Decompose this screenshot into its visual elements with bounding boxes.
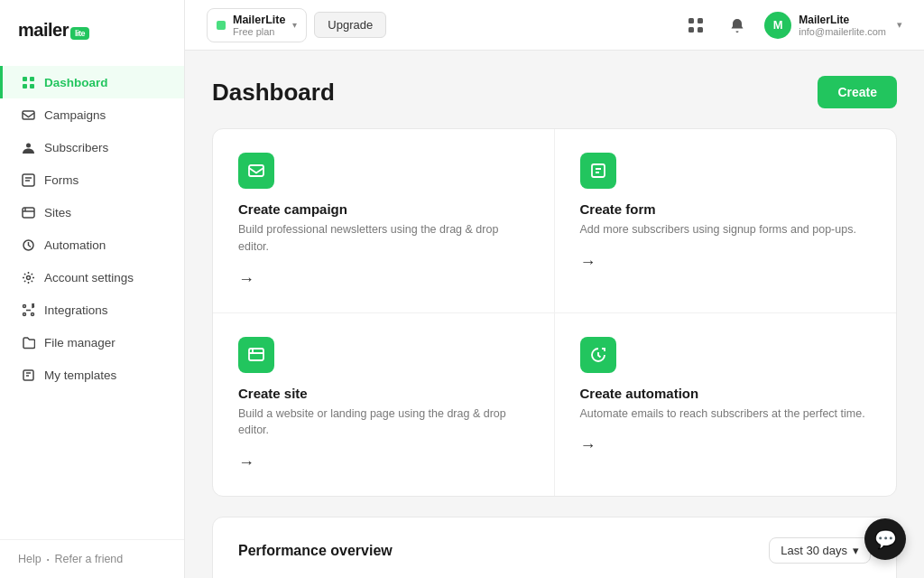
logo: mailerlite (0, 0, 184, 59)
sidebar-item-integrations[interactable]: Integrations (0, 294, 184, 326)
svg-rect-1 (30, 77, 34, 81)
refer-link[interactable]: Refer a friend (55, 553, 124, 565)
user-profile[interactable]: M MailerLite info@mailerlite.com ▾ (764, 12, 902, 39)
svg-rect-17 (249, 349, 263, 360)
dashboard-icon (21, 75, 35, 89)
account-switcher[interactable]: MailerLite Free plan ▾ (207, 8, 307, 42)
sidebar-item-label: Integrations (44, 303, 108, 317)
sidebar-item-label: Automation (44, 238, 106, 252)
sidebar-item-label: Sites (44, 206, 71, 219)
integrations-icon (21, 303, 35, 317)
separator-dot: • (47, 555, 50, 564)
sidebar-item-sites[interactable]: Sites (0, 196, 184, 228)
svg-rect-2 (23, 84, 27, 89)
sidebar-item-label: Subscribers (44, 141, 108, 154)
create-automation-arrow: → (580, 436, 872, 455)
create-automation-title: Create automation (580, 386, 872, 401)
card-create-site[interactable]: Create site Build a website or landing p… (213, 313, 555, 497)
content-header: Dashboard Create (212, 76, 897, 108)
svg-rect-14 (698, 27, 703, 33)
user-email: info@mailerlite.com (799, 26, 886, 37)
create-button[interactable]: Create (818, 76, 897, 108)
sites-icon (21, 205, 35, 219)
account-indicator (217, 21, 226, 30)
svg-rect-7 (23, 208, 34, 218)
create-form-title: Create form (580, 201, 872, 217)
account-settings-icon (21, 270, 35, 284)
create-site-icon (238, 337, 274, 373)
card-create-campaign[interactable]: Create campaign Build professional newsl… (213, 129, 555, 313)
sidebar-item-label: My templates (44, 368, 116, 382)
period-selector[interactable]: Last 30 days ▾ (769, 537, 871, 564)
forms-icon (21, 172, 35, 187)
sidebar-item-label: Account settings (44, 271, 134, 284)
logo-badge: lite (70, 27, 89, 40)
svg-rect-11 (688, 18, 694, 23)
create-campaign-title: Create campaign (238, 201, 529, 217)
user-chevron-icon: ▾ (897, 19, 902, 31)
subscribers-icon (21, 140, 35, 154)
create-automation-desc: Automate emails to reach subscribers at … (580, 406, 872, 423)
account-name: MailerLite (233, 14, 285, 26)
performance-section: Performance overview Last 30 days ▾ Subs… (212, 517, 897, 578)
chat-icon: 💬 (874, 528, 897, 550)
card-create-form[interactable]: Create form Add more subscribers using s… (555, 129, 897, 313)
sidebar-item-forms[interactable]: Forms (0, 163, 184, 196)
sidebar-item-dashboard[interactable]: Dashboard (0, 66, 184, 98)
svg-rect-15 (249, 165, 263, 176)
svg-rect-0 (23, 77, 27, 81)
logo-text: mailerlite (18, 20, 89, 41)
campaigns-icon (21, 107, 35, 122)
notifications-icon[interactable] (723, 11, 752, 40)
main-area: MailerLite Free plan ▾ Upgrade (185, 0, 924, 578)
sidebar-item-label: File manager (44, 336, 116, 350)
topbar: MailerLite Free plan ▾ Upgrade (185, 0, 924, 51)
create-form-icon (580, 153, 616, 189)
logo-wordmark: mailer (18, 20, 69, 40)
create-site-title: Create site (238, 386, 529, 401)
chat-bubble[interactable]: 💬 (864, 518, 906, 560)
help-link[interactable]: Help (18, 553, 42, 565)
quick-actions-grid: Create campaign Build professional newsl… (212, 128, 897, 497)
create-site-arrow: → (238, 453, 529, 472)
sidebar-item-account-settings[interactable]: Account settings (0, 261, 184, 294)
create-campaign-arrow: → (238, 270, 529, 289)
create-site-desc: Build a website or landing page using th… (238, 406, 529, 440)
topbar-right: M MailerLite info@mailerlite.com ▾ (681, 11, 902, 40)
account-plan: Free plan (233, 26, 285, 37)
svg-rect-12 (698, 18, 703, 23)
sidebar-item-label: Dashboard (44, 76, 108, 89)
upgrade-button[interactable]: Upgrade (314, 12, 386, 38)
sidebar-item-file-manager[interactable]: File manager (0, 326, 184, 359)
sidebar-item-my-templates[interactable]: My templates (0, 359, 184, 391)
apps-icon[interactable] (681, 11, 710, 40)
create-campaign-icon (238, 153, 274, 189)
create-form-arrow: → (580, 253, 872, 272)
user-text: MailerLite info@mailerlite.com (799, 14, 886, 37)
performance-title: Performance overview (238, 543, 393, 559)
sidebar-item-campaigns[interactable]: Campaigns (0, 98, 184, 131)
create-automation-icon (580, 337, 616, 373)
sidebar-item-label: Campaigns (44, 108, 106, 122)
sidebar-item-label: Forms (44, 173, 79, 187)
performance-header: Performance overview Last 30 days ▾ (238, 537, 871, 564)
sidebar-bottom: Help • Refer a friend (0, 539, 184, 578)
svg-rect-13 (688, 27, 694, 33)
account-chevron-icon: ▾ (292, 20, 297, 30)
create-form-desc: Add more subscribers using signup forms … (580, 221, 872, 238)
card-create-automation[interactable]: Create automation Automate emails to rea… (555, 313, 897, 497)
sidebar-item-automation[interactable]: Automation (0, 228, 184, 261)
sidebar: mailerlite Dashboard Campaigns Subscribe… (0, 0, 185, 578)
sidebar-item-subscribers[interactable]: Subscribers (0, 131, 184, 163)
sidebar-nav: Dashboard Campaigns Subscribers Forms Si… (0, 59, 184, 539)
account-info: MailerLite Free plan (233, 14, 285, 37)
period-chevron-icon: ▾ (853, 544, 859, 557)
content-area: Dashboard Create Create campaign Build p… (185, 51, 924, 578)
svg-rect-3 (30, 84, 34, 89)
avatar: M (764, 12, 791, 39)
user-name: MailerLite (799, 14, 886, 26)
automation-icon (21, 238, 35, 252)
create-campaign-desc: Build professional newsletters using the… (238, 221, 529, 256)
svg-point-9 (26, 275, 30, 279)
period-label: Last 30 days (781, 544, 847, 557)
